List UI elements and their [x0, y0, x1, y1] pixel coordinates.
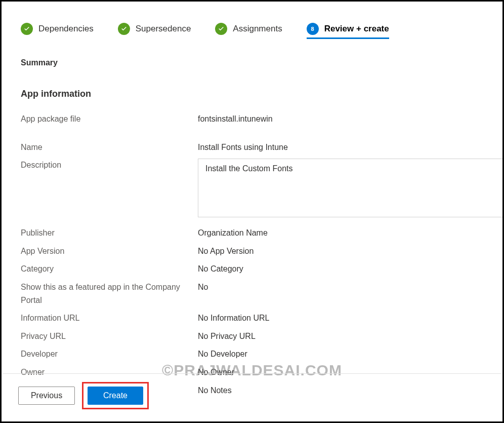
field-value: No: [198, 281, 208, 294]
step-number-icon: 8: [307, 23, 319, 35]
field-label: Publisher: [21, 226, 198, 240]
create-button[interactable]: Create: [88, 387, 143, 405]
step-label: Dependencies: [38, 24, 94, 34]
row-app-version: App Version No App Version: [21, 245, 483, 258]
section-heading: App information: [21, 89, 483, 99]
step-label: Supersedence: [136, 24, 191, 34]
check-icon: [21, 23, 33, 35]
field-value: Install Fonts using Intune: [198, 141, 288, 154]
description-box: Install the Custom Fonts: [198, 159, 502, 217]
step-label: Review + create: [324, 24, 389, 34]
field-label: Privacy URL: [21, 330, 198, 343]
field-value: No Privacy URL: [198, 330, 256, 343]
row-information-url: Information URL No Information URL: [21, 312, 483, 325]
step-dependencies[interactable]: Dependencies: [21, 23, 94, 39]
row-name: Name Install Fonts using Intune: [21, 141, 483, 154]
field-label: Description: [21, 159, 198, 172]
check-icon: [118, 23, 130, 35]
field-label: App package file: [21, 112, 198, 126]
footer: Previous Create: [3, 373, 501, 421]
highlight-annotation: Create: [82, 382, 149, 409]
field-value: No Information URL: [198, 312, 269, 325]
wizard-steps: Dependencies Supersedence Assignments 8 …: [21, 23, 483, 39]
row-category: Category No Category: [21, 262, 483, 276]
check-icon: [215, 23, 227, 35]
field-value: Organization Name: [198, 226, 268, 240]
field-label: Information URL: [21, 312, 198, 325]
summary-heading: Summary: [21, 58, 483, 67]
field-value: No App Version: [198, 245, 254, 258]
row-publisher: Publisher Organization Name: [21, 226, 483, 240]
field-label: App Version: [21, 245, 198, 258]
row-privacy-url: Privacy URL No Privacy URL: [21, 330, 483, 343]
row-developer: Developer No Developer: [21, 348, 483, 361]
row-description: Description Install the Custom Fonts: [21, 159, 483, 217]
field-value: fontsinstall.intunewin: [198, 112, 273, 126]
row-app-package-file: App package file fontsinstall.intunewin: [21, 112, 483, 126]
field-value: No Developer: [198, 348, 247, 361]
field-value: No Category: [198, 262, 243, 276]
field-label: Category: [21, 262, 198, 276]
step-label: Assignments: [233, 24, 282, 34]
field-label: Developer: [21, 348, 198, 361]
field-label: Name: [21, 141, 198, 154]
field-label: Show this as a featured app in the Compa…: [21, 281, 198, 306]
row-featured-app: Show this as a featured app in the Compa…: [21, 281, 483, 306]
previous-button[interactable]: Previous: [18, 387, 75, 405]
step-assignments[interactable]: Assignments: [215, 23, 282, 39]
step-review-create[interactable]: 8 Review + create: [307, 23, 389, 39]
step-supersedence[interactable]: Supersedence: [118, 23, 191, 39]
